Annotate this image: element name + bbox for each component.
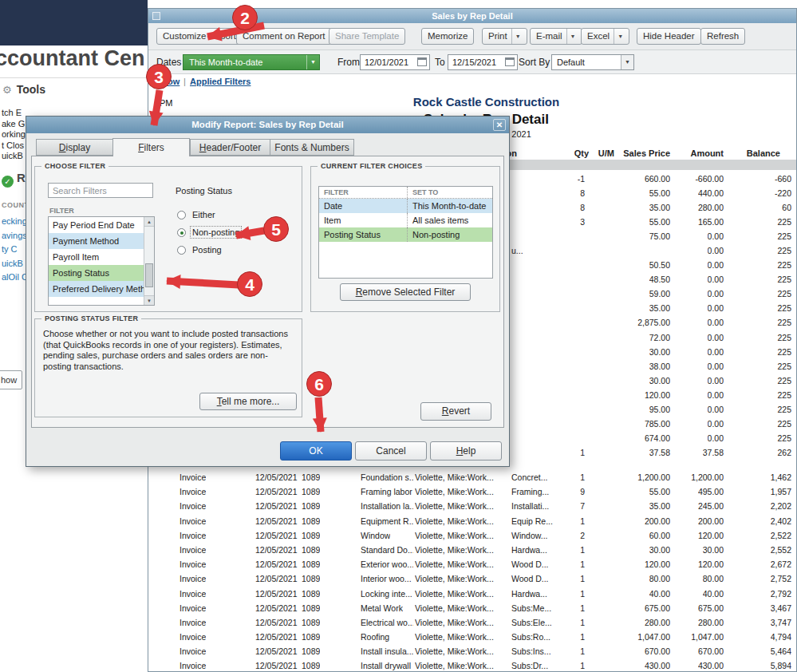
- current-filter-choices-group: CURRENT FILTER CHOICES FILTER SET TO Dat…: [310, 166, 500, 312]
- comment-on-report-button[interactable]: Comment on Report▼: [236, 28, 332, 45]
- report-row[interactable]: Invoice 12/05/2021 1089 Install insula..…: [148, 644, 796, 658]
- choice-row-posting-status[interactable]: Posting Status Non-posting: [319, 227, 492, 242]
- column-header-amount[interactable]: Amount: [690, 148, 724, 158]
- ok-button[interactable]: OK: [280, 441, 352, 461]
- cell-balance: 2,752: [771, 571, 791, 586]
- filter-item-payment-method[interactable]: Payment Method: [49, 233, 144, 249]
- report-row[interactable]: Invoice 12/05/2021 1089 Equipment R... V…: [148, 514, 796, 528]
- remove-selected-filter-button[interactable]: Remove Selected Filter: [340, 283, 471, 301]
- column-header-balance[interactable]: Balance: [747, 148, 780, 158]
- cell-qty: 9: [580, 484, 585, 499]
- choice-row-item[interactable]: Item All sales items: [319, 213, 492, 227]
- column-header-qty[interactable]: Qty: [574, 148, 589, 158]
- report-row[interactable]: Invoice 12/05/2021 1089 Roofing Violette…: [148, 630, 796, 644]
- memorize-button[interactable]: Memorize▼: [421, 28, 474, 45]
- search-filters-input[interactable]: [48, 183, 153, 198]
- show-button-fragment[interactable]: how: [0, 370, 22, 389]
- tab-display[interactable]: Display: [36, 139, 112, 156]
- window-restore-icon[interactable]: [152, 12, 160, 20]
- share-template-button[interactable]: Share Template▼: [329, 28, 405, 45]
- tool-link-fragment[interactable]: orking: [2, 129, 26, 140]
- cell-balance: 3,747: [771, 615, 791, 630]
- tool-link-fragment[interactable]: tch E: [2, 108, 26, 119]
- account-link-fragment[interactable]: alOil C: [2, 271, 28, 285]
- from-date-input[interactable]: 12/01/2021: [360, 54, 430, 70]
- radio-non-posting[interactable]: Non-posting: [177, 227, 241, 245]
- account-link-fragment[interactable]: uickB: [2, 257, 28, 271]
- cell-sales-price: 430.00: [645, 658, 670, 671]
- cancel-button[interactable]: Cancel: [355, 441, 427, 461]
- cell-sales-price: 2,875.00: [637, 315, 670, 330]
- email-button[interactable]: E-mail▼: [530, 28, 582, 45]
- excel-button[interactable]: Excel▼: [581, 28, 629, 45]
- filter-item-preferred-delivery-method[interactable]: Preferred Delivery Meth...: [49, 281, 144, 297]
- cell-num: 1089: [302, 528, 320, 543]
- group-label: CHOOSE FILTER: [41, 162, 109, 170]
- scroll-up-icon[interactable]: ▲: [144, 217, 154, 227]
- hide-header-button[interactable]: Hide Header▼: [637, 28, 701, 45]
- report-row[interactable]: Invoice 12/05/2021 1089 Foundation s... …: [148, 470, 796, 484]
- refresh-button[interactable]: Refresh▼: [700, 28, 745, 45]
- scrollbar-thumb[interactable]: [145, 263, 153, 287]
- report-row[interactable]: Invoice 12/05/2021 1089 Window Violette,…: [148, 528, 796, 543]
- report-row[interactable]: Invoice 12/05/2021 1089 Install drywall …: [148, 658, 796, 671]
- tab-filters[interactable]: Filters: [112, 138, 190, 156]
- report-row[interactable]: Invoice 12/05/2021 1089 Electrical wo...…: [148, 615, 796, 630]
- report-row[interactable]: Invoice 12/05/2021 1089 Installation la.…: [148, 499, 796, 513]
- cell-sales-price: 660.00: [645, 172, 670, 186]
- radio-posting[interactable]: Posting: [177, 245, 241, 263]
- report-row[interactable]: Invoice 12/05/2021 1089 Standard Do... V…: [148, 543, 796, 557]
- filter-item-posting-status[interactable]: Posting Status: [49, 265, 144, 281]
- cell-date: 12/05/2021: [255, 484, 298, 499]
- applied-filters-link[interactable]: Applied Filters: [190, 77, 251, 86]
- cell-date: 12/05/2021: [255, 514, 298, 528]
- filter-list-scrollbar[interactable]: ▲ ▼: [144, 217, 154, 305]
- chevron-down-icon: ▼: [306, 55, 319, 69]
- cell-amount: 165.00: [698, 215, 724, 229]
- account-link-fragment[interactable]: ecking: [2, 215, 28, 229]
- report-row[interactable]: Invoice 12/05/2021 1089 Exterior woo... …: [148, 557, 796, 571]
- toolbar-button-label: E-mail: [536, 31, 562, 41]
- cell-balance: 2,202: [771, 499, 791, 513]
- cell-amount: 0.00: [708, 243, 724, 258]
- report-row[interactable]: Invoice 12/05/2021 1089 Metal Work Viole…: [148, 601, 796, 615]
- tab-fonts-numbers[interactable]: Fonts & Numbers: [270, 139, 354, 156]
- tools-label: Tools: [17, 83, 45, 96]
- to-date-input[interactable]: 12/15/2021: [448, 54, 518, 70]
- show-link[interactable]: Show: [156, 77, 180, 86]
- choice-row-date[interactable]: Date This Month-to-date: [319, 199, 492, 213]
- filter-item-payroll-item[interactable]: Payroll Item: [49, 249, 144, 265]
- calendar-icon[interactable]: [417, 57, 427, 66]
- scroll-down-icon[interactable]: ▼: [144, 295, 154, 305]
- print-button[interactable]: Print▼: [482, 28, 527, 45]
- close-button[interactable]: ✕: [493, 119, 506, 131]
- cell-sales-price: 48.50: [649, 272, 670, 287]
- tool-link-fragment[interactable]: ake G: [2, 119, 26, 130]
- help-button[interactable]: Help: [430, 441, 502, 461]
- column-header-um[interactable]: U/M: [598, 148, 614, 158]
- tool-link-fragment[interactable]: uickB: [2, 151, 26, 162]
- filter-item-pay-period-end-date[interactable]: Pay Period End Date: [49, 217, 144, 233]
- cell-balance: 225: [777, 417, 791, 431]
- report-row[interactable]: Invoice 12/05/2021 1089 Interior woo... …: [148, 571, 796, 586]
- dates-range-select[interactable]: This Month-to-date ▼: [183, 54, 320, 70]
- toolbar-button-label: Excel: [587, 31, 610, 41]
- revert-button[interactable]: Revert: [420, 402, 491, 421]
- tell-me-more-button[interactable]: Tell me more...: [199, 393, 297, 410]
- account-link-fragment[interactable]: avings: [2, 229, 28, 243]
- cell-amount: 0.00: [708, 431, 724, 445]
- report-row[interactable]: Invoice 12/05/2021 1089 Framing labor Vi…: [148, 484, 796, 499]
- tool-link-fragment[interactable]: t Clos: [2, 140, 26, 152]
- column-header-sales-price[interactable]: Sales Price: [623, 148, 670, 158]
- report-window-titlebar[interactable]: Sales by Rep Detail: [148, 9, 796, 23]
- calendar-icon[interactable]: [505, 57, 515, 66]
- report-row[interactable]: Invoice 12/05/2021 1089 Locking inte... …: [148, 587, 796, 601]
- sort-by-select[interactable]: Default ▼: [551, 54, 634, 70]
- customize-report-button[interactable]: Customize Report▼: [156, 28, 243, 45]
- dialog-titlebar[interactable]: Modify Report: Sales by Rep Detail ✕: [26, 117, 509, 133]
- account-link-fragment[interactable]: ty C: [2, 243, 28, 257]
- column-filter: FILTER: [319, 187, 407, 198]
- radio-either[interactable]: Either: [177, 210, 241, 227]
- tab-header-footer[interactable]: Header/Footer: [190, 139, 270, 156]
- from-label: From: [337, 57, 360, 68]
